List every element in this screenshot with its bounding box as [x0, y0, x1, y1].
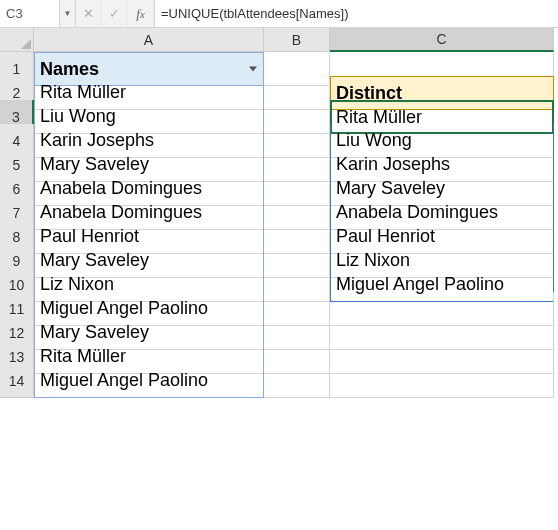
insert-function-button[interactable]: fx: [128, 0, 154, 27]
row-header-14[interactable]: 14: [0, 364, 34, 398]
cancel-formula-icon: ✕: [76, 0, 102, 27]
spreadsheet-grid: A B C 1 Names 2 Rita Müller Distinct 3 L…: [0, 28, 558, 388]
cell-a14[interactable]: Miguel Angel Paolino: [34, 364, 264, 398]
column-header-b[interactable]: B: [264, 28, 330, 52]
column-header-c[interactable]: C: [330, 28, 554, 52]
cell-c14[interactable]: [330, 364, 554, 398]
accept-formula-icon: ✓: [102, 0, 128, 27]
cell-b14[interactable]: [264, 364, 330, 398]
formula-input[interactable]: =UNIQUE(tblAttendees[Names]): [154, 0, 558, 27]
formula-bar: C3 ▼ ✕ ✓ fx =UNIQUE(tblAttendees[Names]): [0, 0, 558, 28]
column-header-a[interactable]: A: [34, 28, 264, 52]
name-box[interactable]: C3: [0, 0, 60, 27]
select-all-corner[interactable]: [0, 28, 34, 52]
name-box-dropdown-icon[interactable]: ▼: [60, 0, 76, 27]
